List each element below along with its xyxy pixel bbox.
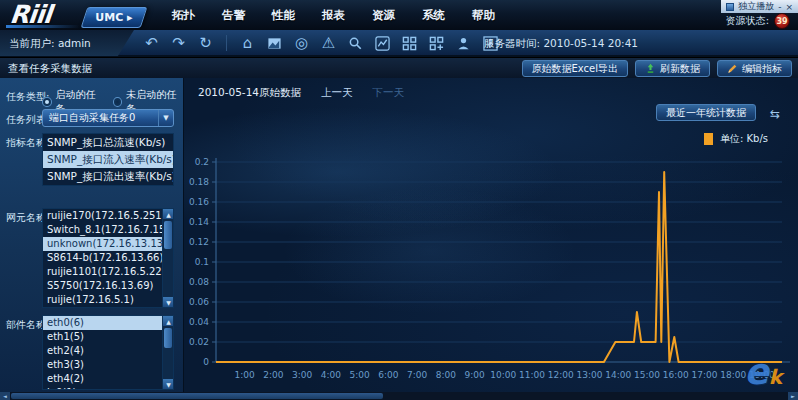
elements-item[interactable]: S8614-b(172.16.13.66) [43,251,173,265]
line-chart-icon[interactable] [373,34,392,53]
menu-item-6[interactable]: 帮助 [472,8,495,23]
components-item[interactable]: eth4(2) [43,372,173,386]
toolbar-icons: ↶↷↻⌂◎⚠ [142,30,500,56]
search-icon[interactable] [346,34,365,53]
element-list-scrollbar[interactable]: ▲ ▼ [162,209,173,307]
horizontal-scrollbar[interactable]: ◄ ► [0,392,798,400]
resource-status-badge[interactable]: 39 [774,13,790,29]
metrics-item[interactable]: SNMP_接口流出速率(Kb/s) [43,168,173,185]
components-item[interactable]: eth2(4) [43,344,173,358]
swap-view-icon[interactable]: ⇆ [770,107,780,121]
metrics-item[interactable]: SNMP_接口总流速(Kb/s) [43,134,173,151]
scroll-down-icon[interactable]: ▼ [163,379,174,389]
home-icon[interactable]: ⌂ [238,34,257,53]
scrollbar-thumb[interactable] [164,221,172,249]
task-list-select[interactable]: 端口自动采集任务0 ▼ [42,109,174,127]
current-user-label: 当前用户: admin [0,30,134,56]
edit-icon [727,63,738,74]
scroll-right-icon[interactable]: ► [788,392,798,400]
scroll-left-icon[interactable]: ◄ [0,392,10,400]
components-item[interactable]: eth0(6) [43,316,173,330]
components-item[interactable]: eth3(3) [43,358,173,372]
chevron-down-icon[interactable]: ▼ [158,110,173,126]
sub-header: 查看任务采集数据 原始数据Excel导出 刷新数据 编辑指标 [0,57,798,78]
elements-item[interactable]: unknown(172.16.13.134) [43,237,173,251]
svg-text:13:00: 13:00 [577,370,603,380]
menu-item-0[interactable]: 拓扑 [172,8,195,23]
undo-icon[interactable]: ↶ [142,34,161,53]
svg-text:2:00: 2:00 [263,370,283,380]
menu-item-4[interactable]: 资源 [372,8,395,23]
svg-text:0.14: 0.14 [189,217,209,227]
svg-text:0.06: 0.06 [189,297,209,307]
top-bar: Riil UMC ▸ 拓扑告警性能报表资源系统帮助 独立播放 - × 资源状态:… [0,0,798,30]
metric-list: SNMP_接口总流速(Kb/s)SNMP_接口流入速率(Kb/s)SNMP_接口… [42,133,174,186]
menu-item-1[interactable]: 告警 [222,8,245,23]
sidebar: 任务类型: 启动的任务未启动的任务 任务列表: 端口自动采集任务0 ▼ 指标名称… [0,78,184,392]
popup-icon [726,3,734,11]
radio-icon[interactable] [42,97,52,107]
data-series-line [216,172,782,362]
svg-text:9:00: 9:00 [464,370,484,380]
refresh-icon[interactable]: ↻ [196,34,215,53]
svg-text:0.08: 0.08 [189,277,209,287]
redo-icon[interactable]: ↷ [169,34,188,53]
svg-text:4:00: 4:00 [321,370,341,380]
grid-add-icon[interactable] [427,34,446,53]
user-icon[interactable] [454,34,473,53]
refresh-data-button[interactable]: 刷新数据 [635,60,710,77]
umc-menu-button[interactable]: UMC ▸ [81,7,148,28]
menu-item-3[interactable]: 报表 [322,8,345,23]
popup-close-button[interactable]: × [785,2,793,12]
element-list: ruijie170(172.16.5.251)Switch_8.1(172.16… [42,208,174,308]
elements-item[interactable]: ruijie1101(172.16.5.223) [43,265,173,279]
svg-text:10:00: 10:00 [490,370,516,380]
menu-item-2[interactable]: 性能 [272,8,295,23]
alert-icon[interactable]: ⚠ [319,34,338,53]
scroll-down-icon[interactable]: ▼ [163,297,174,307]
image-chart-icon[interactable] [265,34,284,53]
elements-item[interactable]: ruijie170(172.16.5.251) [43,209,173,223]
grid-icon[interactable] [400,34,419,53]
export-excel-label: 原始数据Excel导出 [532,62,619,76]
chart-panel: 2010-05-14原始数据 上一天 下一天 最近一年统计数据 ⇆ 单位: Kb… [184,78,798,392]
svg-text:7:00: 7:00 [407,370,427,380]
components-item[interactable]: lo0(1) [43,386,173,390]
popup-tab[interactable]: 独立播放 - × [721,0,798,13]
component-list-scrollbar[interactable]: ▲ ▼ [162,316,173,389]
year-stats-label: 最近一年统计数据 [666,106,746,120]
radio-icon[interactable] [113,97,123,107]
svg-text:0: 0 [203,357,209,367]
elements-item[interactable]: S5750(172.16.13.69) [43,279,173,293]
scroll-up-icon[interactable]: ▲ [163,209,174,219]
main-menu: 拓扑告警性能报表资源系统帮助 [172,0,495,30]
prev-day-link[interactable]: 上一天 [321,86,353,100]
page-title: 查看任务采集数据 [8,58,92,79]
scrollbar-thumb[interactable] [164,328,172,348]
menu-item-5[interactable]: 系统 [422,8,445,23]
year-stats-button[interactable]: 最近一年统计数据 [656,104,756,121]
edit-metric-label: 编辑指标 [742,62,782,76]
task-list-value: 端口自动采集任务0 [49,112,135,123]
svg-text:0.16: 0.16 [189,197,209,207]
component-list: eth0(6)eth1(5)eth2(4)eth3(3)eth4(2)lo0(1… [42,315,174,390]
metrics-item[interactable]: SNMP_接口流入速率(Kb/s) [43,151,173,168]
logo-swoosh [6,25,80,28]
export-excel-button[interactable]: 原始数据Excel导出 [522,60,629,77]
target-icon[interactable]: ◎ [292,34,311,53]
popup-minimize-button[interactable]: - [778,2,781,12]
chart-header: 2010-05-14原始数据 上一天 下一天 [198,86,404,100]
svg-text:0.04: 0.04 [189,317,209,327]
edit-metric-button[interactable]: 编辑指标 [717,60,792,77]
umc-menu-label: UMC ▸ [85,8,143,27]
svg-text:16:00: 16:00 [663,370,689,380]
elements-item[interactable]: Switch_8.1(172.16.7.15) [43,223,173,237]
icon-toolbar: 当前用户: admin ↶↷↻⌂◎⚠ 服务器时间: 2010-05-14 20:… [0,30,798,56]
scroll-up-icon[interactable]: ▲ [163,316,174,326]
components-item[interactable]: eth1(5) [43,330,173,344]
scrollbar-thumb[interactable] [11,393,383,399]
svg-text:12:00: 12:00 [548,370,574,380]
sub-header-buttons: 原始数据Excel导出 刷新数据 编辑指标 [522,60,793,77]
elements-item[interactable]: ruijie(172.16.5.1) [43,293,173,307]
next-day-link[interactable]: 下一天 [373,86,405,100]
